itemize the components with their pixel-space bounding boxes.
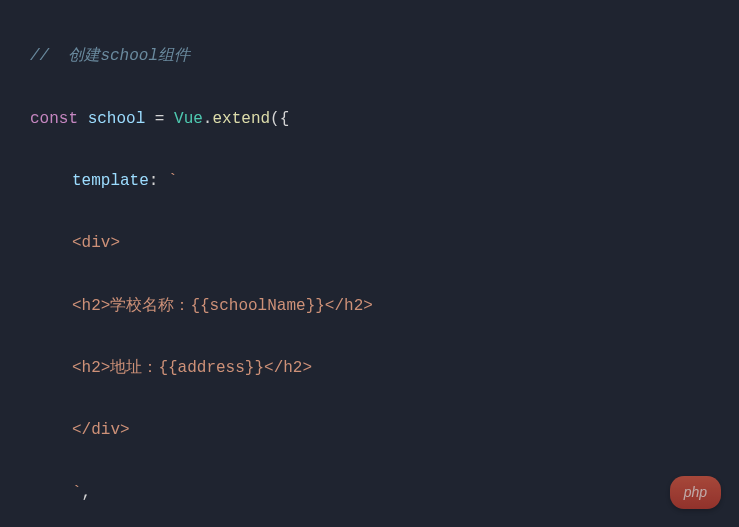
backtick-close: `	[72, 484, 82, 502]
backtick: `	[168, 172, 178, 190]
code-line-5: <h2>学校名称：{{schoolName}}</h2>	[30, 291, 739, 322]
code-line-4: <div>	[30, 228, 739, 259]
prop-template: template	[72, 172, 149, 190]
template-h2-name: <h2>学校名称：{{schoolName}}</h2>	[72, 297, 373, 315]
method-extend: extend	[212, 110, 270, 128]
code-line-3: template: `	[30, 166, 739, 197]
watermark-text: php	[684, 484, 707, 500]
code-line-1: // 创建school组件	[30, 41, 739, 72]
class-vue: Vue	[174, 110, 203, 128]
watermark-badge: php	[670, 476, 721, 509]
template-div-close: </div>	[72, 421, 130, 439]
code-line-8: `,	[30, 478, 739, 509]
template-div-open: <div>	[72, 234, 120, 252]
code-line-7: </div>	[30, 415, 739, 446]
keyword-const: const	[30, 110, 78, 128]
code-line-6: <h2>地址：{{address}}</h2>	[30, 353, 739, 384]
colon: :	[149, 172, 168, 190]
code-block: // 创建school组件 const school = Vue.extend(…	[0, 10, 739, 527]
variable-name: school	[88, 110, 146, 128]
comma: ,	[82, 484, 92, 502]
comment-text: // 创建school组件	[30, 47, 190, 65]
code-line-2: const school = Vue.extend({	[30, 104, 739, 135]
operator: =	[145, 110, 174, 128]
template-h2-address: <h2>地址：{{address}}</h2>	[72, 359, 312, 377]
paren-open: ({	[270, 110, 289, 128]
